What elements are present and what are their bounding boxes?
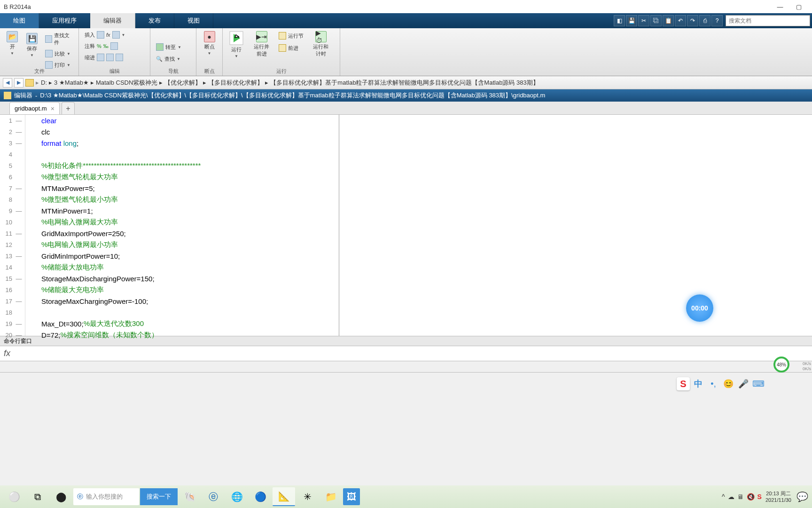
code-line[interactable]: MTMinPower=1;: [41, 205, 339, 216]
undo-icon[interactable]: ↶: [675, 15, 686, 26]
tab-editor[interactable]: 编辑器: [90, 13, 135, 28]
matlab-icon[interactable]: 📐: [273, 487, 295, 506]
code-line[interactable]: GridMaxImportPower=250;: [41, 228, 339, 239]
tray-onedrive-icon[interactable]: ☁: [728, 493, 734, 500]
taskbar-search-button[interactable]: 搜索一下: [140, 488, 178, 505]
indent-auto-icon: [116, 54, 123, 61]
redo-icon[interactable]: ↷: [687, 15, 698, 26]
taskbar-clock[interactable]: 20:13 周二 2021/11/30: [765, 490, 791, 503]
start-search-icon[interactable]: ⚪: [3, 487, 25, 506]
code-line[interactable]: MTMaxPower=5;: [41, 183, 339, 194]
code-line[interactable]: %电网输入微网最小功率: [41, 239, 339, 250]
code-line[interactable]: %微型燃气轮机最大功率: [41, 171, 339, 183]
folder-icon[interactable]: [25, 79, 34, 87]
save-button[interactable]: 💾 保存▼: [23, 32, 40, 58]
code-line[interactable]: Max_Dt=300;%最大迭代次数300: [41, 318, 339, 329]
notification-icon[interactable]: 💬: [795, 487, 809, 506]
close-tab-icon[interactable]: ×: [51, 105, 55, 112]
crumb-3[interactable]: 【优化求解】 ▸: [164, 79, 206, 87]
minimize-button[interactable]: —: [771, 0, 789, 13]
search-docs-input[interactable]: [726, 15, 810, 26]
tab-apps[interactable]: 应用程序: [39, 13, 90, 28]
run-button[interactable]: 运行▼: [226, 30, 246, 59]
command-window[interactable]: fx: [0, 346, 812, 361]
taskbar-search[interactable]: ⓔ 输入你想搜的: [73, 488, 139, 505]
file-tab-active[interactable]: gridbaopt.m ×: [9, 102, 60, 114]
code-line[interactable]: StorageMaxDischargingPower=150;: [41, 273, 339, 284]
ime-mic-icon[interactable]: 🎤: [737, 377, 750, 390]
compare-button[interactable]: 比较 ▼: [43, 49, 75, 58]
compare-icon: [45, 50, 53, 57]
goto-button[interactable]: 转至 ▼: [154, 42, 183, 52]
tab-publish[interactable]: 发布: [135, 13, 174, 28]
maximize-button[interactable]: ▢: [789, 0, 808, 13]
code-line[interactable]: %初始化条件**********************************…: [41, 160, 339, 171]
task-view-icon[interactable]: ⧉: [26, 487, 49, 506]
crumb-4[interactable]: 【多目标优化求解】 ▸: [208, 79, 268, 87]
find-button[interactable]: 🔍查找 ▼: [154, 55, 182, 64]
code-line[interactable]: [41, 149, 339, 160]
crumb-1[interactable]: 3 ★Matlab★ ▸: [54, 79, 94, 86]
crumb-2[interactable]: Matalb CSDN紫极神光 ▸: [96, 79, 163, 87]
indent-button[interactable]: 缩进: [83, 53, 146, 62]
open-button[interactable]: 📂 开▼: [4, 30, 21, 56]
line-number: 8: [0, 196, 14, 203]
print-icon[interactable]: ⎙: [699, 15, 710, 26]
browser-360-icon[interactable]: 🌐: [226, 487, 248, 506]
performance-badge[interactable]: 48%: [773, 357, 789, 373]
magnify-icon: 🔍: [156, 56, 163, 62]
tray-ime-icon[interactable]: S: [757, 493, 762, 500]
crumb-5[interactable]: 【多目标优化求解】基于matlab粒子群算法求解智能微电网多目标优化问题【含Ma…: [270, 79, 539, 87]
app-icon-1[interactable]: 🐚: [179, 487, 201, 506]
advance-button[interactable]: 前进: [277, 43, 305, 53]
fwd-button[interactable]: ▶: [14, 78, 23, 87]
back-button[interactable]: ◀: [3, 78, 12, 87]
code-line[interactable]: StorageMaxChargingPower=-100;: [41, 295, 339, 307]
run-time-button[interactable]: ▶⏱ 运行和 计时: [310, 30, 331, 58]
ime-emoji-icon[interactable]: 😊: [722, 377, 735, 390]
insert-button[interactable]: 插入 fx ▼: [83, 30, 146, 40]
obs-icon[interactable]: ⬤: [50, 487, 72, 506]
ime-lang-icon[interactable]: 中: [692, 377, 705, 390]
copy-icon[interactable]: ⿻: [650, 15, 662, 26]
code-line[interactable]: GridMinImportPower=10;: [41, 250, 339, 262]
tray-up-icon[interactable]: ^: [722, 493, 725, 500]
edge-icon[interactable]: ⓔ: [202, 487, 225, 506]
cut-icon[interactable]: ✂: [638, 15, 649, 26]
code-line[interactable]: clear: [41, 115, 339, 126]
code-line[interactable]: D=72;%搜索空间维数（未知数个数）: [41, 329, 339, 341]
save-icon[interactable]: 💾: [626, 15, 637, 26]
line-number: 14: [0, 264, 14, 271]
chrome-icon[interactable]: 🔵: [249, 487, 272, 506]
code-line[interactable]: clc: [41, 126, 339, 137]
ime-punct-icon[interactable]: •,: [707, 377, 720, 390]
app-icon-6[interactable]: ✳: [296, 487, 319, 506]
tab-view[interactable]: 视图: [174, 13, 213, 28]
crumb-drive[interactable]: D: ▸: [41, 79, 52, 86]
add-tab-button[interactable]: +: [62, 102, 75, 114]
comment-button[interactable]: 注释 % ‰: [83, 41, 146, 51]
breakpoint-button[interactable]: ● 断点▼: [201, 30, 218, 56]
help-icon[interactable]: ?: [711, 15, 723, 26]
code-editor[interactable]: clearclcformat long;%初始化条件**************…: [25, 115, 339, 336]
tab-plot[interactable]: 绘图: [0, 13, 39, 28]
code-line[interactable]: %微型燃气轮机最小功率: [41, 194, 339, 205]
find-files-button[interactable]: 查找文件: [43, 31, 75, 47]
ime-keyboard-icon[interactable]: ⌨: [752, 377, 765, 390]
ie-icon: ⓔ: [77, 492, 83, 501]
explorer-icon[interactable]: 📁: [320, 487, 342, 506]
run-section-button[interactable]: 运行节: [277, 31, 305, 40]
qat-icon-1[interactable]: ◧: [614, 15, 625, 26]
paste-icon[interactable]: 📋: [663, 15, 674, 26]
run-advance-button[interactable]: ▶⇥ 运行并 前进: [251, 30, 272, 58]
sogou-ime-icon[interactable]: S: [677, 377, 690, 390]
code-line[interactable]: %储能最大放电功率: [41, 262, 339, 273]
photos-icon[interactable]: 🖼: [343, 488, 360, 505]
code-line[interactable]: format long;: [41, 137, 339, 149]
code-line[interactable]: %储能最大充电功率: [41, 284, 339, 295]
tray-monitor-icon[interactable]: 🖥: [737, 493, 744, 500]
tray-volume-icon[interactable]: 🔇: [747, 493, 755, 500]
code-line[interactable]: %电网输入微网最大功率: [41, 216, 339, 228]
code-line[interactable]: [41, 307, 339, 318]
line-marker: —: [14, 140, 23, 147]
